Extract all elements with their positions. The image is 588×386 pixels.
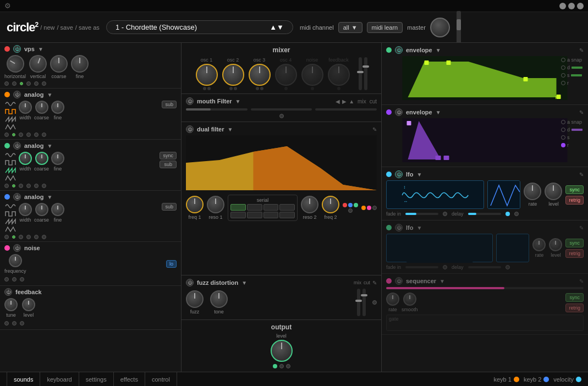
analog1-width-knob[interactable]	[19, 101, 32, 114]
minimize-button[interactable]	[559, 3, 566, 9]
lfo2-dropdown[interactable]: ▼	[416, 225, 422, 231]
filter-type-btn-4[interactable]	[279, 204, 295, 211]
midi-channel-dropdown[interactable]: all ▼	[338, 22, 362, 33]
a3-tri-icon[interactable]	[4, 226, 17, 233]
triangle-wave-icon[interactable]	[4, 124, 17, 130]
feedback-mix-knob[interactable]	[328, 64, 350, 86]
lfo2-level-knob[interactable]	[549, 238, 562, 251]
fb-dot-2[interactable]	[12, 321, 17, 326]
a3-dot-4[interactable]	[26, 235, 31, 239]
mouth-filter-dropdown[interactable]: ▼	[235, 98, 241, 104]
seq-dropdown[interactable]: ▼	[439, 278, 445, 284]
seq-pencil-icon[interactable]: ✎	[579, 278, 584, 284]
a3-sine-icon[interactable]	[4, 203, 17, 209]
a1-dot-1[interactable]	[4, 133, 9, 137]
feedback-level-knob[interactable]	[22, 298, 35, 311]
tab-effects[interactable]: effects	[114, 372, 145, 386]
noise-level-knob[interactable]	[301, 64, 323, 86]
df-dot-empty[interactable]	[348, 208, 353, 213]
mix-fader-2[interactable]	[364, 57, 367, 90]
env1-pencil-icon[interactable]: ✎	[579, 47, 584, 53]
analog3-sub-button[interactable]: sub	[162, 203, 177, 211]
a3-dot-6[interactable]	[42, 235, 46, 239]
lfo2-fadein-slider[interactable]	[405, 266, 438, 268]
fuzz-dropdown[interactable]: ▼	[241, 280, 247, 286]
noise-dot-2[interactable]	[12, 277, 17, 282]
analog3-coarse-knob[interactable]	[35, 203, 48, 216]
lfo1-power-button[interactable]: ⏻	[395, 170, 403, 178]
mouth-filter-slider-1[interactable]	[186, 108, 248, 111]
lfo2-pencil-icon[interactable]: ✎	[579, 225, 584, 231]
output-dot-2[interactable]	[279, 364, 284, 368]
seq-main-slider[interactable]	[386, 287, 584, 289]
noise-dot-1[interactable]	[4, 277, 9, 282]
filter-type-btn-8[interactable]	[279, 212, 295, 218]
vps-dot-1[interactable]	[4, 81, 9, 86]
noise-frequency-knob[interactable]	[9, 254, 22, 267]
env2-svg[interactable]: A	[386, 118, 584, 162]
analog2-sub-button[interactable]: sub	[160, 161, 177, 168]
env1-r-radio[interactable]	[561, 81, 565, 85]
filter-type-btn-2[interactable]	[247, 204, 262, 211]
vps-dropdown-arrow[interactable]: ▼	[38, 46, 43, 52]
fb-dot-1[interactable]	[4, 321, 9, 326]
mouth-filter-slider-2[interactable]	[251, 108, 312, 111]
seq-smooth-knob[interactable]	[403, 293, 416, 306]
dfr-dot-empty[interactable]	[372, 206, 377, 210]
a1-dot-5[interactable]	[34, 133, 39, 137]
osc1-level-knob[interactable]	[196, 64, 218, 86]
env1-s-radio[interactable]	[561, 73, 565, 78]
fuzz-dot[interactable]	[372, 300, 377, 305]
lfo1-fadein-slider[interactable]	[405, 213, 438, 215]
lfo2-retrig-button[interactable]: retrig	[565, 249, 584, 258]
dual-filter-power-button[interactable]: ⏻	[186, 125, 194, 133]
feedback-tune-knob[interactable]	[4, 298, 18, 311]
analog3-width-knob[interactable]	[19, 203, 32, 216]
freq1-knob[interactable]	[186, 196, 204, 213]
preset-selector[interactable]: 1 - Chordette (Showcase) ▲▼	[106, 20, 293, 34]
env1-dropdown[interactable]: ▼	[436, 47, 441, 53]
lfo1-sync-button[interactable]: sync	[565, 185, 584, 194]
mouth-filter-right-arrow[interactable]: ▶	[342, 98, 347, 104]
lfo1-dropdown[interactable]: ▼	[416, 172, 422, 178]
a3-dot-1[interactable]	[4, 235, 9, 239]
output-level-knob[interactable]	[271, 340, 293, 362]
master-fader[interactable]	[457, 11, 461, 44]
noise-power-button[interactable]: ⏻	[13, 244, 21, 252]
analog1-dropdown-arrow[interactable]: ▼	[47, 92, 52, 98]
mouth-filter-left-arrow[interactable]: ◀	[336, 98, 340, 104]
a2-dot-5[interactable]	[34, 184, 39, 188]
a2-saw-icon[interactable]	[4, 167, 17, 174]
env1-power-button[interactable]: ⏻	[395, 46, 403, 54]
vps-fine-knob[interactable]	[71, 55, 89, 73]
filter-type-btn-7[interactable]	[263, 212, 279, 218]
analog3-power-button[interactable]: ⏻	[13, 193, 21, 201]
analog1-power-button[interactable]: ⏻	[13, 91, 21, 98]
osc3-level-knob[interactable]	[249, 64, 271, 86]
freq2-knob[interactable]	[322, 196, 339, 213]
output-dot-3[interactable]	[286, 364, 290, 368]
vps-dot-6[interactable]	[42, 81, 46, 86]
a2-dot-4[interactable]	[26, 184, 31, 188]
lfo2-delay-dot[interactable]	[505, 265, 510, 269]
a1-dot-6[interactable]	[42, 133, 46, 137]
lfo1-pencil-icon[interactable]: ✎	[579, 172, 584, 178]
lfo1-delay-slider[interactable]	[468, 213, 501, 215]
env2-dropdown[interactable]: ▼	[436, 109, 441, 115]
osc4-level-knob[interactable]	[275, 64, 297, 86]
analog2-coarse-knob[interactable]	[35, 152, 48, 165]
env2-a-radio[interactable]	[561, 120, 565, 124]
lfo1-extra-dot[interactable]	[514, 212, 519, 216]
osc2-level-knob[interactable]	[222, 64, 244, 86]
a3-square-icon[interactable]	[4, 211, 17, 217]
analog2-width-knob[interactable]	[19, 152, 32, 165]
midi-learn-button[interactable]: midi learn	[367, 22, 403, 33]
seq-power-button[interactable]: ⏻	[395, 277, 403, 285]
a2-dot-6[interactable]	[42, 184, 46, 188]
filter-type-btn-1[interactable]	[230, 204, 246, 211]
seq-rate-knob[interactable]	[386, 293, 399, 306]
env2-d-radio[interactable]	[561, 128, 565, 132]
lfo2-power-button[interactable]: ⏻	[395, 224, 403, 231]
lfo1-wave-display[interactable]: ↕ ↔	[386, 180, 484, 209]
mouth-filter-power-button[interactable]: ⏻	[186, 97, 194, 105]
